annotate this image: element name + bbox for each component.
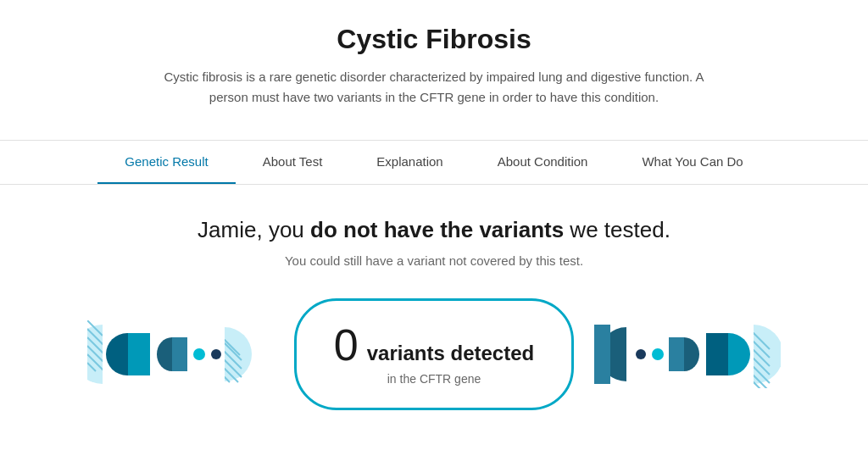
result-subtext: You could still have a variant not cover…: [17, 253, 851, 268]
svg-point-30: [652, 348, 664, 360]
result-section: Jamie, you do not have the variants we t…: [0, 185, 868, 427]
headline-suffix: we tested.: [564, 217, 670, 242]
deco-left-shapes: [87, 316, 274, 392]
tab-about-condition[interactable]: About Condition: [470, 141, 615, 184]
svg-line-25: [210, 371, 221, 382]
svg-point-16: [211, 349, 221, 359]
right-decoration: [574, 316, 781, 392]
page-title: Cystic Fibrosis: [17, 24, 851, 55]
svg-point-15: [193, 348, 205, 360]
svg-rect-32: [669, 337, 684, 371]
variant-result-card: 0 variants detected in the CFTR gene: [294, 298, 574, 410]
svg-rect-11: [147, 333, 150, 375]
result-headline: Jamie, you do not have the variants we t…: [17, 217, 851, 243]
header-section: Cystic Fibrosis Cystic fibrosis is a rar…: [0, 0, 868, 125]
page-description: Cystic fibrosis is a rare genetic disord…: [146, 67, 722, 108]
deco-right-shapes: [594, 316, 781, 392]
svg-point-18: [198, 327, 252, 381]
variant-label: variants detected: [367, 342, 534, 365]
tab-genetic-result[interactable]: Genetic Result: [97, 141, 235, 184]
left-decoration: [87, 316, 294, 392]
svg-point-29: [636, 349, 646, 359]
headline-bold: do not have the variants: [310, 217, 564, 242]
variant-count-row: 0 variants detected: [334, 323, 534, 367]
svg-rect-35: [706, 333, 709, 375]
headline-prefix: Jamie, you: [198, 217, 310, 242]
tab-what-you-can-do[interactable]: What You Can Do: [615, 141, 770, 184]
variant-gene-label: in the CFTR gene: [387, 372, 481, 386]
variant-number: 0: [334, 323, 359, 367]
tab-explanation[interactable]: Explanation: [349, 141, 470, 184]
svg-rect-14: [184, 337, 187, 371]
tab-about-test[interactable]: About Test: [236, 141, 350, 184]
nav-bar: Genetic Result About Test Explanation Ab…: [0, 140, 868, 185]
svg-rect-28: [594, 325, 610, 384]
viz-row: 0 variants detected in the CFTR gene: [17, 298, 851, 410]
